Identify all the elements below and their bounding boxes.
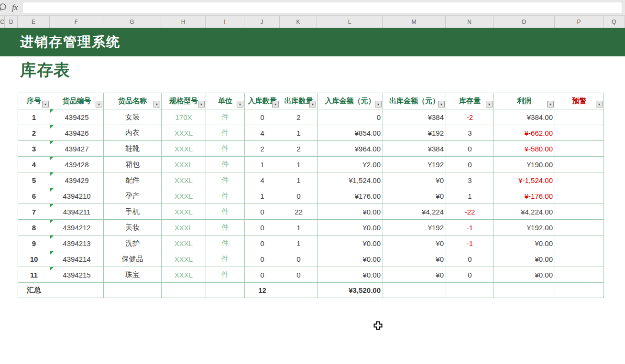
cell[interactable]: ¥0 [383, 251, 446, 267]
cell[interactable]: XXXL [162, 251, 206, 267]
column-letter-H[interactable]: H [161, 16, 206, 28]
cell[interactable]: 439427 [50, 141, 104, 157]
cell[interactable]: ¥192 [383, 125, 446, 141]
cell[interactable]: -1 [446, 236, 494, 251]
filter-dropdown-icon[interactable]: ▼ [42, 101, 49, 107]
column-letter-C[interactable]: C [0, 16, 5, 28]
cell[interactable]: ¥384 [383, 109, 446, 125]
cell[interactable]: 0 [280, 267, 318, 283]
cell[interactable]: 2 [280, 109, 318, 125]
cell[interactable]: ¥0 [383, 188, 446, 204]
cell[interactable]: ¥176.00 [318, 188, 383, 204]
cell[interactable]: 孕产 [104, 188, 162, 204]
cell[interactable]: 4 [18, 157, 50, 172]
column-header-9[interactable]: 库存量▼ [446, 93, 494, 109]
summary-cell[interactable] [50, 283, 104, 298]
cell[interactable]: 不足 [555, 220, 604, 236]
summary-cell[interactable]: 汇总 [18, 283, 50, 298]
cell[interactable]: 0 [446, 141, 494, 157]
column-letter-L[interactable]: L [317, 16, 383, 28]
summary-cell[interactable] [446, 283, 494, 298]
cell[interactable]: ¥964.00 [318, 141, 383, 157]
cell[interactable]: 1 [280, 125, 318, 141]
cell[interactable]: -2 [446, 109, 494, 125]
cell[interactable]: ¥384.00 [494, 109, 555, 125]
filter-dropdown-icon[interactable]: ▼ [154, 101, 160, 107]
cell[interactable]: 1 [18, 109, 50, 125]
column-letter-K[interactable]: K [280, 16, 317, 28]
cell[interactable]: 0 [245, 204, 280, 220]
cell[interactable]: ¥192.00 [494, 220, 555, 236]
cell[interactable]: 0 [318, 109, 383, 125]
cell[interactable]: ¥384 [383, 141, 446, 157]
cell[interactable]: ¥0.00 [318, 267, 383, 283]
cell[interactable]: XXXL [162, 204, 206, 220]
cell[interactable]: 手机 [104, 204, 162, 220]
cell[interactable]: 1 [245, 188, 280, 204]
cell[interactable]: 件 [206, 236, 245, 251]
cell[interactable]: ¥0.00 [318, 236, 383, 251]
cell[interactable]: 洗护 [104, 236, 162, 251]
cell[interactable]: 5 [18, 172, 50, 188]
cell[interactable]: 22 [280, 204, 318, 220]
column-header-8[interactable]: 出库金额（元）▼ [383, 93, 446, 109]
cell[interactable]: 件 [206, 251, 245, 267]
cell[interactable]: 不足 [555, 236, 604, 251]
column-header-2[interactable]: 货品名称▼ [104, 93, 162, 109]
cell[interactable]: XXXL [162, 157, 206, 172]
cell[interactable]: ¥0 [383, 236, 446, 251]
cell[interactable]: 0 [446, 157, 494, 172]
cell[interactable]: 不足 [555, 157, 604, 172]
cell[interactable]: XXXL [162, 141, 206, 157]
cell[interactable]: 11 [18, 267, 50, 283]
formula-input[interactable] [22, 2, 622, 13]
cell[interactable]: 8 [18, 220, 50, 236]
cell[interactable]: 4 [245, 125, 280, 141]
summary-cell[interactable] [494, 283, 555, 298]
cell[interactable]: ¥1,524.00 [318, 172, 383, 188]
summary-cell[interactable] [162, 283, 206, 298]
filter-dropdown-icon[interactable]: ▼ [547, 101, 554, 107]
cell[interactable]: XXXL [162, 220, 206, 236]
column-header-1[interactable]: 货品编号▼ [50, 93, 104, 109]
cell[interactable]: XXXL [162, 125, 206, 141]
cell[interactable]: ¥0.00 [494, 236, 555, 251]
cell[interactable]: 2 [280, 141, 318, 157]
cell[interactable]: 0 [446, 267, 494, 283]
column-letter-N[interactable]: N [446, 16, 493, 28]
cell[interactable]: ¥4,224.00 [494, 204, 555, 220]
cell[interactable]: 2 [18, 125, 50, 141]
cell[interactable]: ¥854.00 [318, 125, 383, 141]
cell[interactable]: 美妆 [104, 220, 162, 236]
cell[interactable]: 不足 [555, 251, 604, 267]
cell[interactable]: 439429 [50, 172, 104, 188]
cell[interactable]: 件 [206, 141, 245, 157]
cell[interactable]: 鞋靴 [104, 141, 162, 157]
cell[interactable]: ¥0.00 [318, 220, 383, 236]
cell[interactable]: 3 [18, 141, 50, 157]
cell[interactable]: 2 [245, 141, 280, 157]
cell[interactable]: 不足 [555, 267, 604, 283]
cell[interactable]: 4394210 [50, 188, 104, 204]
cell[interactable]: 0 [245, 109, 280, 125]
cell[interactable]: 4394211 [50, 204, 104, 220]
cell[interactable]: 件 [206, 125, 245, 141]
cell[interactable]: ¥190.00 [494, 157, 555, 172]
cell[interactable]: 4394215 [50, 267, 104, 283]
cell[interactable]: 件 [206, 188, 245, 204]
summary-cell[interactable]: 12 [245, 283, 280, 298]
column-header-4[interactable]: 单位▼ [206, 93, 245, 109]
cell[interactable]: 439425 [50, 109, 104, 125]
cell[interactable]: ¥4,224 [383, 204, 446, 220]
cell[interactable]: ¥-1,524.00 [494, 172, 555, 188]
column-letter-M[interactable]: M [383, 16, 446, 28]
cell[interactable]: XXXL [162, 188, 206, 204]
column-letter-D[interactable]: D [5, 16, 18, 28]
cell[interactable]: ¥2.00 [318, 157, 383, 172]
cell[interactable]: 不足 [555, 109, 604, 125]
summary-cell[interactable] [555, 283, 604, 298]
summary-cell[interactable] [383, 283, 446, 298]
filter-dropdown-icon[interactable]: ▼ [309, 101, 316, 107]
cell[interactable]: 0 [245, 267, 280, 283]
cell[interactable]: 件 [206, 172, 245, 188]
